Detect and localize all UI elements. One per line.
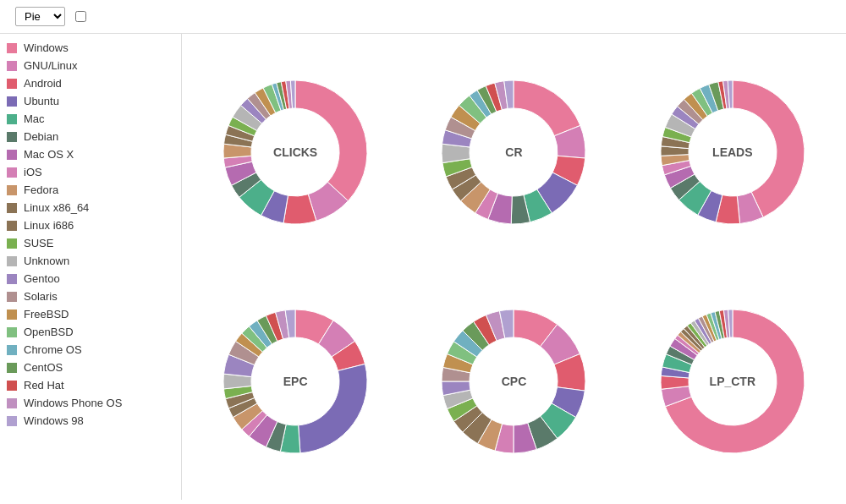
legend-item[interactable]: Chrome OS [0, 341, 181, 359]
legend-color-swatch [7, 381, 17, 391]
legend-item[interactable]: Solaris [0, 288, 181, 305]
legend-item[interactable]: iOS [0, 163, 181, 181]
legend-item[interactable]: FreeBSD [0, 305, 181, 323]
main-area: WindowsGNU/LinuxAndroidUbuntuMacDebianMa… [0, 34, 846, 500]
legend-color-swatch [7, 61, 17, 71]
legend-item-label: Debian [24, 130, 58, 143]
legend-item-label: Mac OS X [24, 148, 74, 161]
legend-color-swatch [7, 43, 17, 53]
legend-color-swatch [7, 398, 17, 408]
legend-item-label: Android [24, 77, 62, 90]
default-checkbox-label[interactable] [75, 11, 91, 22]
legend-item[interactable]: Fedora [0, 181, 181, 199]
segment-0[interactable] [514, 80, 580, 136]
chart-epc: EPC [190, 271, 400, 492]
legend-color-swatch [7, 150, 17, 160]
legend-item[interactable]: Windows 98 [0, 412, 181, 430]
legend-item-label: Mac [24, 112, 45, 125]
legend-color-swatch [7, 221, 17, 231]
chart-leads: LEADS [628, 42, 838, 263]
chart-svg-cr [429, 68, 598, 237]
legend-item[interactable]: Windows Phone OS [0, 394, 181, 412]
type-dropdown[interactable]: Pie Bar Line [15, 7, 65, 26]
chart-clicks: CLICKS [190, 42, 400, 263]
legend-item-label: Windows Phone OS [24, 397, 122, 409]
legend-color-swatch [7, 238, 17, 249]
legend-color-swatch [7, 310, 17, 320]
legend-item[interactable]: Unknown [0, 252, 181, 270]
legend-item[interactable]: Windows [0, 39, 181, 57]
legend-color-swatch [7, 345, 17, 355]
chart-lp_ctr: LP_CTR [628, 271, 838, 492]
legend-color-swatch [7, 363, 17, 373]
legend-color-swatch [7, 96, 17, 107]
legend-item-label: Ubuntu [24, 95, 59, 107]
legend-item[interactable]: Linux x86_64 [0, 199, 181, 216]
legend-color-swatch [7, 167, 17, 178]
legend-item-label: Red Hat [24, 379, 64, 392]
legend-item-label: Solaris [24, 290, 58, 303]
legend-color-swatch [7, 292, 17, 302]
legend-item-label: Chrome OS [24, 343, 82, 356]
chart-svg-clicks [211, 68, 380, 237]
legend-color-swatch [7, 203, 17, 213]
chart-svg-leads [648, 68, 817, 237]
legend-item[interactable]: Mac [0, 110, 181, 128]
legend-color-swatch [7, 132, 17, 142]
legend-color-swatch [7, 274, 17, 284]
legend-item-label: Windows [24, 41, 69, 54]
segment-3[interactable] [299, 364, 367, 452]
legend-item-label: Linux x86_64 [24, 201, 89, 214]
legend-item[interactable]: OpenBSD [0, 323, 181, 341]
legend-color-swatch [7, 256, 17, 266]
toolbar: Pie Bar Line [0, 0, 846, 34]
legend-item-label: Unknown [24, 255, 69, 267]
segment-0[interactable] [295, 80, 367, 201]
chart-svg-lp_ctr [648, 297, 817, 466]
legend-item-label: Linux i686 [24, 219, 74, 232]
type-select-group: Pie Bar Line [10, 7, 65, 26]
legend-color-swatch [7, 416, 17, 426]
legend-item[interactable]: Gentoo [0, 270, 181, 288]
legend-item[interactable]: CentOS [0, 359, 181, 376]
legend-item[interactable]: Ubuntu [0, 92, 181, 110]
legend-item-label: FreeBSD [24, 308, 69, 320]
legend-sidebar: WindowsGNU/LinuxAndroidUbuntuMacDebianMa… [0, 34, 182, 500]
chart-cr: CR [409, 42, 618, 263]
legend-item-label: CentOS [24, 361, 63, 374]
legend-color-swatch [7, 185, 17, 195]
legend-item-label: GNU/Linux [24, 59, 78, 72]
legend-color-swatch [7, 79, 17, 89]
legend-color-swatch [7, 114, 17, 124]
legend-item[interactable]: Debian [0, 128, 181, 145]
legend-item-label: SUSE [24, 237, 53, 249]
legend-item[interactable]: Mac OS X [0, 145, 181, 163]
chart-svg-cpc [429, 297, 598, 466]
legend-item[interactable]: SUSE [0, 234, 181, 252]
legend-item-label: Windows 98 [24, 414, 84, 427]
legend-item[interactable]: Linux i686 [0, 216, 181, 234]
legend-item[interactable]: Android [0, 74, 181, 92]
legend-item-label: OpenBSD [24, 326, 74, 338]
legend-item-label: iOS [24, 166, 42, 178]
legend-item[interactable]: Red Hat [0, 376, 181, 394]
default-checkbox[interactable] [75, 11, 86, 22]
charts-area: CLICKSCRLEADSEPCCPCLP_CTR [182, 34, 846, 500]
chart-cpc: CPC [409, 271, 618, 492]
legend-item-label: Gentoo [24, 272, 60, 285]
legend-color-swatch [7, 327, 17, 337]
legend-item[interactable]: GNU/Linux [0, 57, 181, 74]
legend-item-label: Fedora [24, 184, 58, 196]
chart-svg-epc [211, 297, 380, 466]
